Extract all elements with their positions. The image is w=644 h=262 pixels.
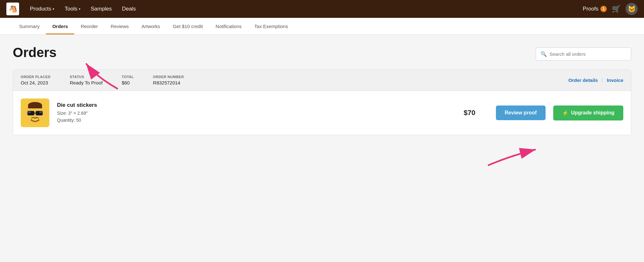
order-total-value: $60 [122, 80, 134, 85]
order-placed-value: Oct 24, 2023 [21, 80, 51, 85]
tab-orders[interactable]: Orders [46, 18, 74, 34]
search-input[interactable] [549, 51, 626, 57]
order-number-label: ORDER NUMBER [153, 75, 184, 79]
svg-point-11 [23, 112, 27, 117]
nav-right: Proofs 1 🛒 🐱 [583, 3, 638, 15]
order-number-field: ORDER NUMBER R832572014 [153, 75, 184, 85]
nav-deals[interactable]: Deals [118, 3, 140, 15]
review-proof-button[interactable]: Review proof [496, 106, 546, 120]
proofs-badge: 1 [600, 6, 607, 12]
chevron-icon: ▾ [53, 7, 54, 11]
tab-artworks[interactable]: Artworks [135, 18, 166, 34]
order-header: ORDER PLACED Oct 24, 2023 STATUS Ready T… [13, 70, 631, 91]
nav-products[interactable]: Products ▾ [25, 3, 59, 15]
logo[interactable]: 🐴 [6, 3, 19, 15]
product-info: Die cut stickers Size: 3″ × 2.69″ Quanti… [57, 102, 443, 124]
proofs-button[interactable]: Proofs 1 [583, 6, 607, 12]
nav-items: Products ▾ Tools ▾ Samples Deals [25, 3, 140, 15]
pipe-divider: | [602, 77, 603, 83]
product-avatar [21, 98, 49, 127]
product-price: $70 [464, 109, 476, 117]
product-name: Die cut stickers [57, 102, 443, 108]
svg-point-8 [28, 111, 31, 113]
order-item: Die cut stickers Size: 3″ × 2.69″ Quanti… [13, 91, 631, 135]
tab-tax-exemptions[interactable]: Tax Exemptions [248, 18, 295, 34]
svg-point-12 [43, 112, 47, 117]
annotation-arrow-2 [485, 143, 548, 169]
svg-point-9 [39, 111, 42, 113]
order-status-value: Ready To Proof [70, 80, 103, 85]
tab-credit[interactable]: Get $10 credit [167, 18, 209, 34]
page-header: Orders 🔍 [13, 45, 631, 61]
nav-tools[interactable]: Tools ▾ [60, 3, 85, 15]
order-status-label: STATUS [70, 75, 103, 79]
order-header-actions: Order details | Invoice [569, 77, 623, 83]
lightning-icon: ⚡ [562, 110, 569, 116]
avatar[interactable]: 🐱 [626, 3, 638, 15]
order-placed-field: ORDER PLACED Oct 24, 2023 [21, 75, 51, 85]
top-nav: 🐴 Products ▾ Tools ▾ Samples Deals Proof… [0, 0, 644, 18]
tab-reorder[interactable]: Reorder [74, 18, 104, 34]
product-image [22, 100, 48, 126]
order-details-link[interactable]: Order details [569, 77, 598, 83]
invoice-link[interactable]: Invoice [607, 77, 623, 83]
nav-left: 🐴 Products ▾ Tools ▾ Samples Deals [6, 3, 140, 15]
svg-rect-4 [28, 105, 42, 108]
search-icon: 🔍 [540, 51, 547, 57]
search-box: 🔍 [536, 47, 631, 61]
order-placed-label: ORDER PLACED [21, 75, 51, 79]
secondary-nav: Summary Orders Reorder Reviews Artworks … [0, 18, 644, 35]
upgrade-shipping-button[interactable]: ⚡ Upgrade shipping [553, 106, 623, 120]
main-content: Orders 🔍 ORDER PLACED Oct 24, 2023 STATU… [0, 35, 644, 261]
cart-icon[interactable]: 🛒 [612, 5, 620, 13]
tab-summary[interactable]: Summary [13, 18, 46, 34]
nav-samples[interactable]: Samples [86, 3, 116, 15]
order-total-field: TOTAL $60 [122, 75, 134, 85]
order-card: ORDER PLACED Oct 24, 2023 STATUS Ready T… [13, 69, 631, 135]
product-quantity: Quantity: 50 [57, 117, 443, 124]
order-status-field: STATUS Ready To Proof [70, 75, 103, 85]
tab-notifications[interactable]: Notifications [209, 18, 248, 34]
order-number-value: R832572014 [153, 80, 184, 85]
product-size: Size: 3″ × 2.69″ [57, 110, 443, 117]
page-title: Orders [13, 45, 57, 60]
tab-reviews[interactable]: Reviews [104, 18, 135, 34]
chevron-icon: ▾ [79, 7, 81, 11]
order-total-label: TOTAL [122, 75, 134, 79]
